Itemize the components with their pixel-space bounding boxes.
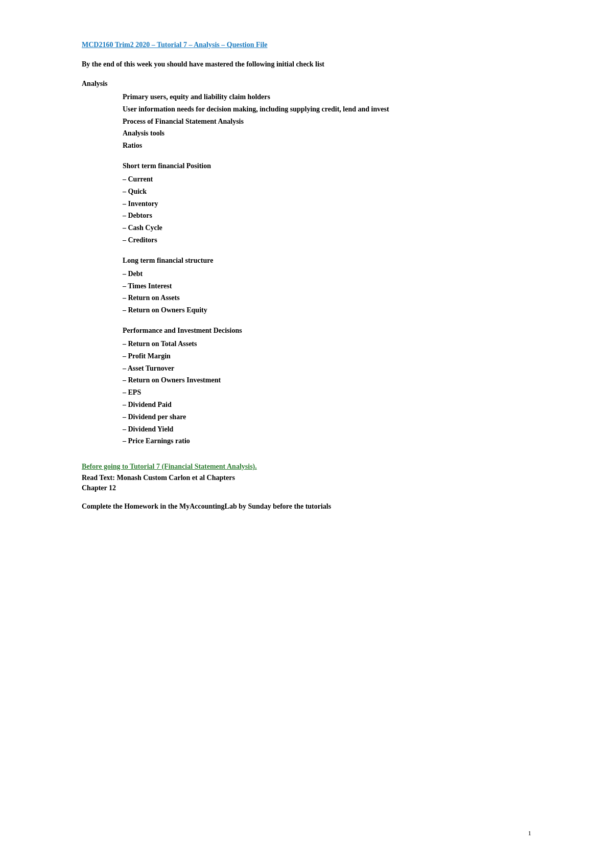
complete-line: Complete the Homework in the MyAccountin… bbox=[82, 502, 531, 511]
short-term-item-6: – Creditors bbox=[123, 234, 531, 246]
analysis-item-2: User information needs for decision maki… bbox=[123, 103, 531, 116]
long-term-heading: Long term financial structure bbox=[123, 257, 531, 265]
before-going-section: Before going to Tutorial 7 (Financial St… bbox=[82, 463, 531, 511]
before-going-label: Before going to Tutorial 7 (Financial St… bbox=[82, 463, 531, 471]
intro-line: By the end of this week you should have … bbox=[82, 60, 531, 68]
read-text-line: Read Text: Monash Custom Carlon et al Ch… bbox=[82, 474, 531, 482]
long-term-item-4: – Return on Owners Equity bbox=[123, 304, 531, 316]
long-term-item-3: – Return on Assets bbox=[123, 292, 531, 304]
chapter-line: Chapter 12 bbox=[82, 484, 531, 492]
performance-item-1: – Return on Total Assets bbox=[123, 338, 531, 350]
analysis-item-4: Analysis tools bbox=[123, 127, 531, 140]
short-term-heading: Short term financial Position bbox=[123, 162, 531, 170]
long-term-block: Long term financial structure – Debt – T… bbox=[123, 257, 531, 316]
performance-item-5: – EPS bbox=[123, 386, 531, 399]
performance-item-6: – Dividend Paid bbox=[123, 399, 531, 411]
short-term-item-5: – Cash Cycle bbox=[123, 222, 531, 234]
performance-item-4: – Return on Owners Investment bbox=[123, 374, 531, 386]
performance-block: Performance and Investment Decisions – R… bbox=[123, 327, 531, 447]
short-term-item-2: – Quick bbox=[123, 186, 531, 198]
long-term-item-1: – Debt bbox=[123, 268, 531, 280]
document-title: MCD2160 Trim2 2020 – Tutorial 7 – Analys… bbox=[82, 41, 531, 49]
analysis-item-1: Primary users, equity and liability clai… bbox=[123, 91, 531, 103]
performance-item-7: – Dividend per share bbox=[123, 411, 531, 423]
performance-item-9: – Price Earnings ratio bbox=[123, 435, 531, 447]
short-term-item-4: – Debtors bbox=[123, 210, 531, 222]
performance-item-2: – Profit Margin bbox=[123, 350, 531, 362]
short-term-section: Short term financial Position – Current … bbox=[82, 162, 531, 246]
performance-section: Performance and Investment Decisions – R… bbox=[82, 327, 531, 447]
analysis-item-5: Ratios bbox=[123, 140, 531, 152]
analysis-section: Analysis Primary users, equity and liabi… bbox=[82, 80, 531, 152]
performance-item-8: – Dividend Yield bbox=[123, 423, 531, 436]
analysis-item-3: Process of Financial Statement Analysis bbox=[123, 116, 531, 128]
long-term-section: Long term financial structure – Debt – T… bbox=[82, 257, 531, 316]
performance-heading: Performance and Investment Decisions bbox=[123, 327, 531, 335]
short-term-block: Short term financial Position – Current … bbox=[123, 162, 531, 246]
page-number: 1 bbox=[528, 829, 532, 837]
long-term-item-2: – Times Interest bbox=[123, 280, 531, 292]
short-term-item-1: – Current bbox=[123, 173, 531, 186]
page: MCD2160 Trim2 2020 – Tutorial 7 – Analys… bbox=[0, 0, 613, 868]
short-term-item-3: – Inventory bbox=[123, 198, 531, 210]
analysis-items-block: Primary users, equity and liability clai… bbox=[123, 91, 531, 152]
performance-item-3: – Asset Turnover bbox=[123, 362, 531, 375]
analysis-heading: Analysis bbox=[82, 80, 531, 88]
